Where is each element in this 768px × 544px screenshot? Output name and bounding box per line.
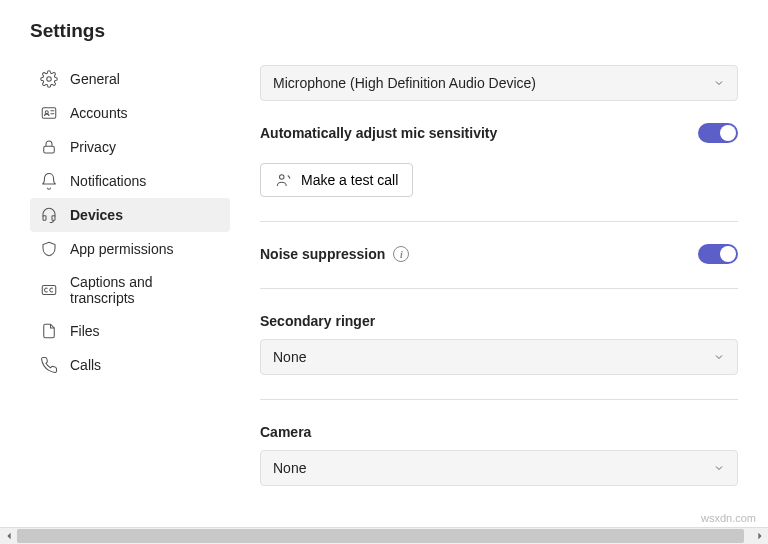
sidebar-item-notifications[interactable]: Notifications: [30, 164, 230, 198]
chevron-down-icon: [713, 462, 725, 474]
info-icon[interactable]: i: [393, 246, 409, 262]
phone-icon: [40, 356, 58, 374]
sidebar-item-calls[interactable]: Calls: [30, 348, 230, 382]
microphone-selected-value: Microphone (High Definition Audio Device…: [273, 75, 536, 91]
scroll-right-arrow[interactable]: [751, 528, 768, 545]
secondary-ringer-label: Secondary ringer: [260, 313, 738, 329]
captions-icon: [40, 281, 58, 299]
sidebar-item-label: App permissions: [70, 241, 174, 257]
page-title: Settings: [30, 20, 230, 42]
sidebar-item-general[interactable]: General: [30, 62, 230, 96]
microphone-select[interactable]: Microphone (High Definition Audio Device…: [260, 65, 738, 101]
shield-icon: [40, 240, 58, 258]
horizontal-scrollbar[interactable]: [0, 527, 768, 544]
settings-panel: Microphone (High Definition Audio Device…: [230, 20, 738, 525]
headset-icon: [40, 206, 58, 224]
svg-point-2: [45, 111, 48, 114]
sidebar-item-label: Privacy: [70, 139, 116, 155]
section-divider: [260, 399, 738, 400]
sidebar-item-label: Files: [70, 323, 100, 339]
scrollbar-thumb[interactable]: [17, 529, 744, 543]
auto-mic-label: Automatically adjust mic sensitivity: [260, 125, 497, 141]
svg-rect-5: [52, 216, 55, 221]
person-call-icon: [275, 171, 293, 189]
sidebar-item-privacy[interactable]: Privacy: [30, 130, 230, 164]
sidebar-item-label: Calls: [70, 357, 101, 373]
section-divider: [260, 288, 738, 289]
test-call-button[interactable]: Make a test call: [260, 163, 413, 197]
svg-point-7: [280, 175, 285, 180]
id-card-icon: [40, 104, 58, 122]
sidebar-item-accounts[interactable]: Accounts: [30, 96, 230, 130]
sidebar-item-label: Captions and transcripts: [70, 274, 220, 306]
auto-mic-toggle[interactable]: [698, 123, 738, 143]
sidebar-item-label: General: [70, 71, 120, 87]
sidebar-item-label: Devices: [70, 207, 123, 223]
svg-point-0: [47, 77, 52, 82]
chevron-down-icon: [713, 77, 725, 89]
scrollbar-track[interactable]: [17, 528, 751, 544]
svg-rect-4: [43, 216, 46, 221]
secondary-ringer-select[interactable]: None: [260, 339, 738, 375]
section-divider: [260, 221, 738, 222]
file-icon: [40, 322, 58, 340]
sidebar-item-label: Accounts: [70, 105, 128, 121]
lock-icon: [40, 138, 58, 156]
noise-suppression-toggle[interactable]: [698, 244, 738, 264]
scroll-left-arrow[interactable]: [0, 528, 17, 545]
sidebar-item-app-permissions[interactable]: App permissions: [30, 232, 230, 266]
chevron-down-icon: [713, 351, 725, 363]
camera-label: Camera: [260, 424, 738, 440]
sidebar-item-files[interactable]: Files: [30, 314, 230, 348]
camera-selected-value: None: [273, 460, 306, 476]
camera-select[interactable]: None: [260, 450, 738, 486]
sidebar-item-label: Notifications: [70, 173, 146, 189]
watermark-text: wsxdn.com: [701, 512, 756, 524]
noise-suppression-label: Noise suppression: [260, 246, 385, 262]
gear-icon: [40, 70, 58, 88]
svg-rect-3: [44, 146, 55, 153]
bell-icon: [40, 172, 58, 190]
sidebar-item-captions[interactable]: Captions and transcripts: [30, 266, 230, 314]
svg-rect-1: [42, 108, 56, 119]
settings-sidebar: Settings General Accounts Privacy Notifi…: [30, 20, 230, 525]
secondary-ringer-selected-value: None: [273, 349, 306, 365]
test-call-label: Make a test call: [301, 172, 398, 188]
sidebar-item-devices[interactable]: Devices: [30, 198, 230, 232]
